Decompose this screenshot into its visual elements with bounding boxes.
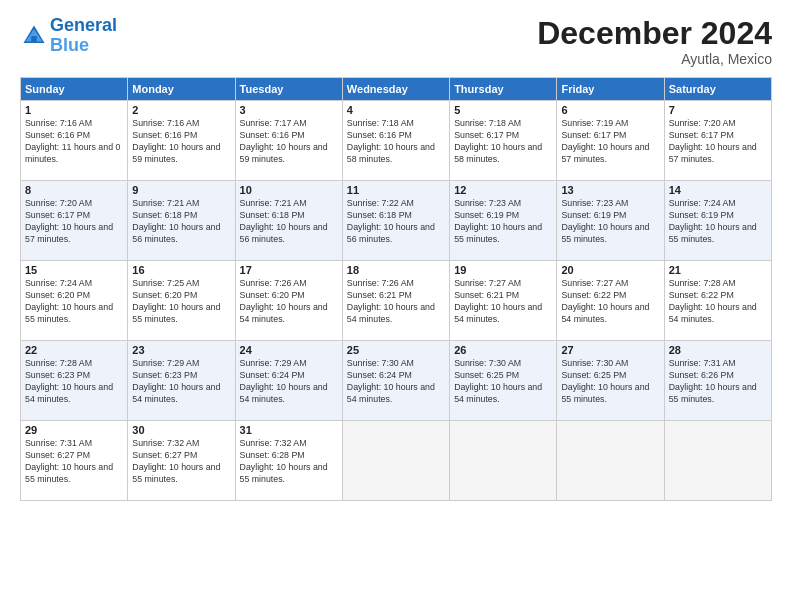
- table-row: 2 Sunrise: 7:16 AM Sunset: 6:16 PM Dayli…: [128, 101, 235, 181]
- day-number: 7: [669, 104, 767, 116]
- day-info: Sunrise: 7:27 AM Sunset: 6:22 PM Dayligh…: [561, 278, 659, 326]
- table-row: 4 Sunrise: 7:18 AM Sunset: 6:16 PM Dayli…: [342, 101, 449, 181]
- day-number: 15: [25, 264, 123, 276]
- day-number: 10: [240, 184, 338, 196]
- day-number: 18: [347, 264, 445, 276]
- table-row: 31 Sunrise: 7:32 AM Sunset: 6:28 PM Dayl…: [235, 421, 342, 501]
- day-number: 6: [561, 104, 659, 116]
- col-sunday: Sunday: [21, 78, 128, 101]
- day-number: 2: [132, 104, 230, 116]
- page: General Blue December 2024 Ayutla, Mexic…: [0, 0, 792, 612]
- day-number: 30: [132, 424, 230, 436]
- day-number: 12: [454, 184, 552, 196]
- day-number: 19: [454, 264, 552, 276]
- day-info: Sunrise: 7:24 AM Sunset: 6:19 PM Dayligh…: [669, 198, 767, 246]
- day-info: Sunrise: 7:31 AM Sunset: 6:26 PM Dayligh…: [669, 358, 767, 406]
- month-year: December 2024: [537, 16, 772, 51]
- day-info: Sunrise: 7:30 AM Sunset: 6:24 PM Dayligh…: [347, 358, 445, 406]
- location: Ayutla, Mexico: [537, 51, 772, 67]
- day-info: Sunrise: 7:30 AM Sunset: 6:25 PM Dayligh…: [561, 358, 659, 406]
- table-row: 20 Sunrise: 7:27 AM Sunset: 6:22 PM Dayl…: [557, 261, 664, 341]
- table-row: 25 Sunrise: 7:30 AM Sunset: 6:24 PM Dayl…: [342, 341, 449, 421]
- day-info: Sunrise: 7:32 AM Sunset: 6:27 PM Dayligh…: [132, 438, 230, 486]
- table-row: 12 Sunrise: 7:23 AM Sunset: 6:19 PM Dayl…: [450, 181, 557, 261]
- table-row: 9 Sunrise: 7:21 AM Sunset: 6:18 PM Dayli…: [128, 181, 235, 261]
- day-number: 23: [132, 344, 230, 356]
- table-row: 24 Sunrise: 7:29 AM Sunset: 6:24 PM Dayl…: [235, 341, 342, 421]
- table-row: 8 Sunrise: 7:20 AM Sunset: 6:17 PM Dayli…: [21, 181, 128, 261]
- logo-icon: [20, 22, 48, 50]
- day-info: Sunrise: 7:23 AM Sunset: 6:19 PM Dayligh…: [454, 198, 552, 246]
- day-number: 24: [240, 344, 338, 356]
- day-number: 16: [132, 264, 230, 276]
- day-number: 26: [454, 344, 552, 356]
- table-row: 29 Sunrise: 7:31 AM Sunset: 6:27 PM Dayl…: [21, 421, 128, 501]
- table-row: 18 Sunrise: 7:26 AM Sunset: 6:21 PM Dayl…: [342, 261, 449, 341]
- calendar-week-1: 1 Sunrise: 7:16 AM Sunset: 6:16 PM Dayli…: [21, 101, 772, 181]
- day-number: 13: [561, 184, 659, 196]
- table-row: 21 Sunrise: 7:28 AM Sunset: 6:22 PM Dayl…: [664, 261, 771, 341]
- table-row: 15 Sunrise: 7:24 AM Sunset: 6:20 PM Dayl…: [21, 261, 128, 341]
- day-number: 27: [561, 344, 659, 356]
- day-info: Sunrise: 7:18 AM Sunset: 6:16 PM Dayligh…: [347, 118, 445, 166]
- day-info: Sunrise: 7:29 AM Sunset: 6:23 PM Dayligh…: [132, 358, 230, 406]
- day-number: 9: [132, 184, 230, 196]
- day-info: Sunrise: 7:25 AM Sunset: 6:20 PM Dayligh…: [132, 278, 230, 326]
- day-info: Sunrise: 7:21 AM Sunset: 6:18 PM Dayligh…: [240, 198, 338, 246]
- table-row: 13 Sunrise: 7:23 AM Sunset: 6:19 PM Dayl…: [557, 181, 664, 261]
- table-row: 30 Sunrise: 7:32 AM Sunset: 6:27 PM Dayl…: [128, 421, 235, 501]
- day-number: 8: [25, 184, 123, 196]
- day-info: Sunrise: 7:24 AM Sunset: 6:20 PM Dayligh…: [25, 278, 123, 326]
- day-info: Sunrise: 7:23 AM Sunset: 6:19 PM Dayligh…: [561, 198, 659, 246]
- table-row: 14 Sunrise: 7:24 AM Sunset: 6:19 PM Dayl…: [664, 181, 771, 261]
- table-row: 28 Sunrise: 7:31 AM Sunset: 6:26 PM Dayl…: [664, 341, 771, 421]
- title-block: December 2024 Ayutla, Mexico: [537, 16, 772, 67]
- table-row: 23 Sunrise: 7:29 AM Sunset: 6:23 PM Dayl…: [128, 341, 235, 421]
- day-info: Sunrise: 7:29 AM Sunset: 6:24 PM Dayligh…: [240, 358, 338, 406]
- day-number: 25: [347, 344, 445, 356]
- calendar-header-row: Sunday Monday Tuesday Wednesday Thursday…: [21, 78, 772, 101]
- day-info: Sunrise: 7:19 AM Sunset: 6:17 PM Dayligh…: [561, 118, 659, 166]
- table-row: 16 Sunrise: 7:25 AM Sunset: 6:20 PM Dayl…: [128, 261, 235, 341]
- logo: General Blue: [20, 16, 117, 56]
- day-number: 29: [25, 424, 123, 436]
- table-row: [450, 421, 557, 501]
- day-info: Sunrise: 7:26 AM Sunset: 6:20 PM Dayligh…: [240, 278, 338, 326]
- day-number: 14: [669, 184, 767, 196]
- day-info: Sunrise: 7:27 AM Sunset: 6:21 PM Dayligh…: [454, 278, 552, 326]
- day-number: 17: [240, 264, 338, 276]
- table-row: 6 Sunrise: 7:19 AM Sunset: 6:17 PM Dayli…: [557, 101, 664, 181]
- day-number: 3: [240, 104, 338, 116]
- day-number: 4: [347, 104, 445, 116]
- table-row: 7 Sunrise: 7:20 AM Sunset: 6:17 PM Dayli…: [664, 101, 771, 181]
- calendar-week-5: 29 Sunrise: 7:31 AM Sunset: 6:27 PM Dayl…: [21, 421, 772, 501]
- day-number: 1: [25, 104, 123, 116]
- day-number: 28: [669, 344, 767, 356]
- day-number: 21: [669, 264, 767, 276]
- table-row: [342, 421, 449, 501]
- table-row: 3 Sunrise: 7:17 AM Sunset: 6:16 PM Dayli…: [235, 101, 342, 181]
- day-number: 20: [561, 264, 659, 276]
- col-friday: Friday: [557, 78, 664, 101]
- day-info: Sunrise: 7:22 AM Sunset: 6:18 PM Dayligh…: [347, 198, 445, 246]
- col-tuesday: Tuesday: [235, 78, 342, 101]
- day-info: Sunrise: 7:16 AM Sunset: 6:16 PM Dayligh…: [132, 118, 230, 166]
- day-info: Sunrise: 7:28 AM Sunset: 6:23 PM Dayligh…: [25, 358, 123, 406]
- day-number: 22: [25, 344, 123, 356]
- table-row: 19 Sunrise: 7:27 AM Sunset: 6:21 PM Dayl…: [450, 261, 557, 341]
- day-info: Sunrise: 7:31 AM Sunset: 6:27 PM Dayligh…: [25, 438, 123, 486]
- table-row: 27 Sunrise: 7:30 AM Sunset: 6:25 PM Dayl…: [557, 341, 664, 421]
- logo-text: General Blue: [50, 16, 117, 56]
- header: General Blue December 2024 Ayutla, Mexic…: [20, 16, 772, 67]
- col-saturday: Saturday: [664, 78, 771, 101]
- day-number: 5: [454, 104, 552, 116]
- day-info: Sunrise: 7:20 AM Sunset: 6:17 PM Dayligh…: [25, 198, 123, 246]
- day-number: 31: [240, 424, 338, 436]
- day-info: Sunrise: 7:17 AM Sunset: 6:16 PM Dayligh…: [240, 118, 338, 166]
- day-number: 11: [347, 184, 445, 196]
- calendar-week-4: 22 Sunrise: 7:28 AM Sunset: 6:23 PM Dayl…: [21, 341, 772, 421]
- table-row: 10 Sunrise: 7:21 AM Sunset: 6:18 PM Dayl…: [235, 181, 342, 261]
- calendar-week-3: 15 Sunrise: 7:24 AM Sunset: 6:20 PM Dayl…: [21, 261, 772, 341]
- day-info: Sunrise: 7:21 AM Sunset: 6:18 PM Dayligh…: [132, 198, 230, 246]
- table-row: 17 Sunrise: 7:26 AM Sunset: 6:20 PM Dayl…: [235, 261, 342, 341]
